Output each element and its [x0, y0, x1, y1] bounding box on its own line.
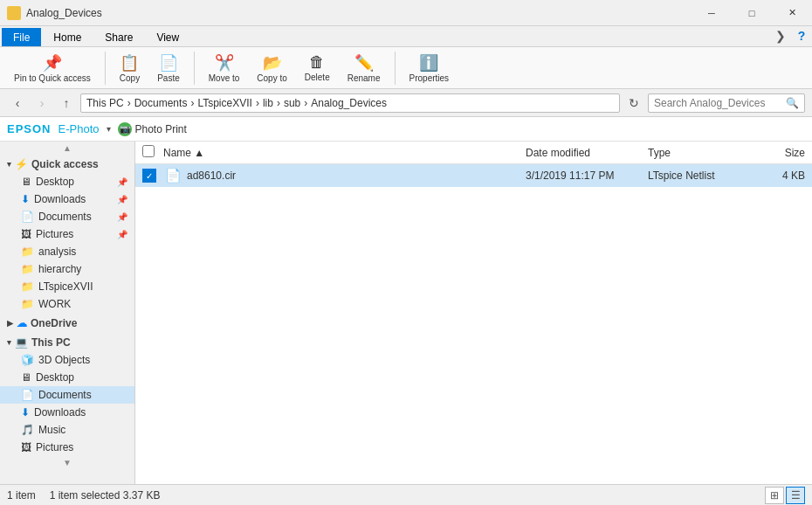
sidebar-item-hierarchy[interactable]: 📁 hierarchy — [0, 260, 134, 278]
sidebar-item-documents-pc[interactable]: 📄 Documents — [0, 386, 134, 404]
chevron-down-icon: ▾ — [7, 160, 11, 169]
search-icon: 🔍 — [786, 97, 799, 109]
photo-print-icon: 📷 — [118, 122, 132, 136]
ribbon-delete-button[interactable]: 🗑 Delete — [298, 51, 337, 85]
tab-file[interactable]: File — [2, 28, 41, 46]
photo-print-button[interactable]: 📷 Photo Print — [118, 122, 187, 136]
work-folder-icon: 📁 — [21, 298, 34, 310]
hierarchy-folder-icon: 📁 — [21, 263, 34, 275]
sidebar-work-label: WORK — [38, 298, 71, 310]
type-label: Type — [648, 147, 671, 159]
col-type-header[interactable]: Type — [648, 147, 753, 159]
ribbon-separator — [105, 52, 106, 85]
up-button[interactable]: ↑ — [56, 93, 77, 114]
title-bar: Analog_Devices ─ □ ✕ — [0, 0, 812, 26]
col-name-header[interactable]: Name ▲ — [163, 147, 526, 159]
tab-home[interactable]: Home — [42, 28, 93, 46]
sidebar-pictures-label-qa: Pictures — [36, 228, 73, 240]
details-view-button[interactable]: ☰ — [786, 487, 805, 504]
sidebar-section-quickaccess[interactable]: ▾ ⚡ Quick access — [0, 154, 134, 173]
sidebar-item-desktop-qa[interactable]: 🖥 Desktop 📌 — [0, 173, 134, 190]
onedrive-icon: ☁ — [17, 317, 27, 329]
downloads-icon-pc: ⬇ — [21, 406, 30, 419]
sidebar-item-downloads-qa[interactable]: ⬇ Downloads 📌 — [0, 190, 134, 208]
pictures-icon-pc: 🖼 — [21, 441, 31, 453]
sidebar-section-onedrive[interactable]: ▶ ☁ OneDrive — [0, 313, 134, 332]
ribbon-move-button[interactable]: ✂️ Move to — [202, 51, 247, 86]
sidebar-item-work[interactable]: 📁 WORK — [0, 295, 134, 313]
ribbon-paste-button[interactable]: 📄 Paste — [150, 51, 187, 86]
file-type-icon: 📄 — [165, 168, 182, 183]
app-toolbar: EPSON E-Photo ▾ 📷 Photo Print — [0, 117, 812, 142]
ribbon-copy-button[interactable]: 📋 Copy — [113, 51, 147, 86]
scroll-up-arrow[interactable]: ▲ — [0, 142, 134, 154]
minimize-button[interactable]: ─ — [692, 0, 732, 26]
sidebar-documents-label-pc: Documents — [38, 389, 92, 401]
date-label: Date modified — [526, 147, 590, 159]
sidebar-item-3dobjects[interactable]: 🧊 3D Objects — [0, 351, 134, 369]
sidebar-item-documents-qa[interactable]: 📄 Documents 📌 — [0, 208, 134, 225]
sidebar-item-analysis[interactable]: 📁 analysis — [0, 243, 134, 260]
maximize-button[interactable]: □ — [732, 0, 772, 26]
app-name: E-Photo — [58, 122, 100, 135]
search-box[interactable]: 🔍 — [648, 93, 805, 113]
documents-icon-qa: 📄 — [21, 211, 34, 223]
col-date-header[interactable]: Date modified — [526, 147, 648, 159]
ribbon-expand-button[interactable]: ❯ — [770, 25, 791, 46]
main-layout: ▲ ▾ ⚡ Quick access 🖥 Desktop 📌 ⬇ Downloa… — [0, 142, 812, 484]
music-icon: 🎵 — [21, 424, 34, 436]
help-button[interactable]: ? — [791, 25, 812, 46]
chevron-down-icon-pc: ▾ — [7, 338, 11, 347]
pin-icon-2: 📌 — [117, 195, 127, 204]
ribbon-rename-button[interactable]: ✏️ Rename — [341, 51, 388, 86]
sidebar-onedrive-label: OneDrive — [31, 317, 77, 329]
select-all-checkbox[interactable] — [142, 145, 155, 157]
name-sort-arrow: ▲ — [194, 147, 204, 159]
large-icons-view-button[interactable]: ⊞ — [765, 487, 784, 504]
sidebar-item-downloads-pc[interactable]: ⬇ Downloads — [0, 404, 134, 421]
ribbon-bar: 📌 Pin to Quick access 📋 Copy 📄 Paste ✂️ … — [0, 47, 812, 89]
close-button[interactable]: ✕ — [772, 0, 812, 26]
refresh-button[interactable]: ↻ — [623, 93, 644, 114]
back-button[interactable]: ‹ — [7, 93, 28, 114]
ribbon-pin-button[interactable]: 📌 Pin to Quick access — [7, 51, 98, 86]
ribbon-separator-2 — [194, 52, 195, 85]
pin-icon-3: 📌 — [117, 212, 127, 222]
file-date: 3/1/2019 11:17 PM — [526, 169, 648, 182]
sidebar-item-music-pc[interactable]: 🎵 Music — [0, 421, 134, 439]
sidebar-hierarchy-label: hierarchy — [38, 263, 81, 275]
sidebar-section-thispc[interactable]: ▾ 💻 This PC — [0, 332, 134, 351]
pictures-icon-qa: 🖼 — [21, 228, 31, 240]
title-bar-title: Analog_Devices — [26, 7, 102, 19]
ribbon-copyto-button[interactable]: 📂 Copy to — [250, 51, 293, 86]
status-info: 1 item 1 item selected 3.37 KB — [7, 489, 160, 502]
sidebar-thispc-label: This PC — [31, 336, 71, 349]
ribbon-tabs: File Home Share View ❯ ? — [0, 26, 812, 47]
3dobjects-icon: 🧊 — [21, 354, 34, 366]
ribbon-separator-3 — [395, 52, 396, 85]
forward-button[interactable]: › — [31, 93, 52, 114]
sidebar-item-pictures-qa[interactable]: 🖼 Pictures 📌 — [0, 225, 134, 243]
content-area: Name ▲ Date modified Type Size ✓ 📄 ad861… — [135, 142, 812, 484]
col-size-header[interactable]: Size — [753, 147, 805, 159]
sidebar-item-ltspice[interactable]: 📁 LTspiceXVII — [0, 278, 134, 295]
tab-view[interactable]: View — [145, 28, 190, 46]
file-checkbox[interactable]: ✓ — [142, 169, 156, 183]
scroll-down-arrow[interactable]: ▼ — [0, 456, 134, 468]
search-input[interactable] — [654, 97, 786, 109]
sidebar-item-desktop-pc[interactable]: 🖥 Desktop — [0, 369, 134, 386]
downloads-icon: ⬇ — [21, 193, 30, 205]
file-list: ✓ 📄 ad8610.cir 3/1/2019 11:17 PM LTspice… — [135, 164, 812, 484]
sidebar-quickaccess-label: Quick access — [31, 158, 99, 170]
sidebar: ▲ ▾ ⚡ Quick access 🖥 Desktop 📌 ⬇ Downloa… — [0, 142, 135, 484]
chevron-right-icon: ▶ — [7, 319, 13, 328]
sidebar-item-pictures-pc[interactable]: 🖼 Pictures — [0, 439, 134, 456]
address-bar[interactable]: This PC › Documents › LTspiceXVII › lib … — [80, 93, 620, 113]
documents-icon-pc: 📄 — [21, 389, 34, 401]
dropdown-arrow-icon[interactable]: ▾ — [107, 124, 111, 134]
address-crumb-analog: Analog_Devices — [311, 97, 387, 109]
tab-share[interactable]: Share — [93, 28, 144, 46]
table-row[interactable]: ✓ 📄 ad8610.cir 3/1/2019 11:17 PM LTspice… — [135, 164, 812, 187]
ribbon-properties-button[interactable]: ℹ️ Properties — [403, 51, 457, 86]
epson-logo: EPSON — [7, 122, 52, 135]
